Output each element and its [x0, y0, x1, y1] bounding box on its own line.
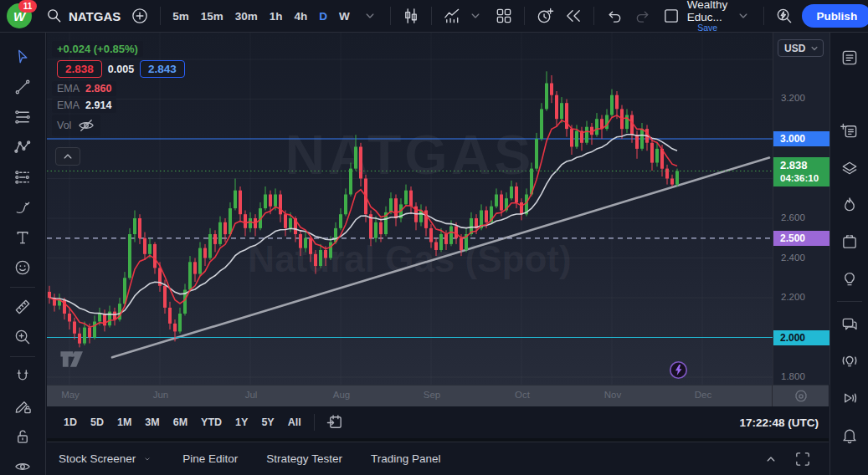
panel-expand-icon[interactable] [762, 450, 780, 468]
panel-notes[interactable] [834, 113, 865, 150]
interval-W[interactable]: W [333, 4, 356, 28]
range-1Y[interactable]: 1Y [229, 413, 254, 432]
panel-watchlist[interactable] [834, 39, 865, 76]
tool-text[interactable] [7, 222, 39, 253]
gear-icon[interactable] [792, 387, 810, 406]
footer-tab-trading-panel[interactable]: Trading Panel [371, 452, 441, 465]
range-3M[interactable]: 3M [138, 413, 166, 432]
square-outline-icon [662, 7, 681, 25]
chart-region: NATGAS Natural Gas (Spot) +0.024 (+0.85%… [47, 33, 829, 475]
range-1D[interactable]: 1D [57, 413, 84, 432]
symbol-search-button[interactable]: NATGAS [40, 4, 126, 28]
instant-order-badge[interactable] [669, 360, 688, 382]
chart-pane[interactable]: NATGAS Natural Gas (Spot) +0.024 (+0.85%… [47, 33, 773, 385]
panel-calendar[interactable] [834, 223, 865, 260]
tool-zoom-in[interactable] [7, 322, 39, 352]
symbol-name: NATGAS [69, 9, 121, 23]
range-All[interactable]: All [281, 413, 308, 432]
price-scale[interactable]: USD 3.2002.6002.4002.2001.8003.0002.5002… [773, 33, 829, 385]
interval-15m[interactable]: 15m [195, 4, 229, 28]
month-label: Aug [327, 390, 356, 400]
layout-title[interactable]: Wealthy Educ... Save [687, 0, 728, 33]
interval-5m[interactable]: 5m [167, 4, 195, 28]
price-tick: 1.800 [781, 371, 805, 381]
redo-button[interactable] [629, 4, 657, 28]
panel-alerts[interactable] [834, 76, 865, 113]
interval-D[interactable]: D [313, 4, 333, 28]
panel-notifications[interactable] [834, 416, 865, 453]
interval-expand-button[interactable] [356, 4, 384, 28]
range-6M[interactable]: 6M [167, 413, 194, 432]
tool-drawing-lock[interactable] [7, 391, 39, 421]
time-axis[interactable]: MayJunJulAugSepOctNovDec [47, 385, 829, 406]
chevron-down-icon [734, 7, 752, 25]
quick-search-button[interactable] [770, 4, 799, 28]
panel-minds[interactable] [834, 343, 865, 380]
bar-replay-button[interactable] [559, 4, 588, 28]
minds-icon [840, 352, 859, 370]
indicator-row-volume[interactable]: Vol [52, 115, 100, 136]
compare-add-button[interactable] [126, 4, 154, 28]
indicators-expand-button[interactable] [461, 4, 490, 28]
indicator-value: 2.914 [85, 100, 111, 111]
tool-magnet[interactable] [7, 361, 39, 391]
tool-ruler[interactable] [7, 292, 39, 322]
indicators-icon [443, 7, 461, 25]
save-label[interactable]: Save [697, 23, 717, 33]
range-YTD[interactable]: YTD [194, 413, 229, 432]
fullscreen-icon[interactable] [794, 450, 812, 468]
panel-streams[interactable] [834, 380, 865, 416]
axis-settings-corner [772, 386, 829, 407]
chart-style-button[interactable] [397, 4, 425, 28]
drawing-lock-icon [13, 397, 32, 416]
indicator-row-ema-fast[interactable]: EMA 2.860 [52, 81, 116, 96]
footer-tab-pine-editor[interactable]: Pine Editor [182, 452, 238, 465]
range-1M[interactable]: 1M [110, 413, 138, 432]
interval-1h[interactable]: 1h [264, 4, 289, 28]
tool-fib-retracement[interactable] [7, 102, 39, 132]
clock[interactable]: 17:22:48 (UTC) [739, 416, 819, 429]
zoom-in-icon [13, 328, 32, 346]
range-5D[interactable]: 5D [84, 413, 110, 432]
currency-dropdown[interactable]: USD [778, 39, 824, 57]
lock-all-icon [13, 427, 32, 446]
panel-chat[interactable] [834, 306, 865, 343]
footer-tab-strategy-tester[interactable]: Strategy Tester [266, 452, 342, 465]
panel-ideas[interactable] [834, 260, 865, 297]
month-label: Oct [508, 390, 537, 400]
layout-expand-button[interactable] [729, 4, 758, 28]
create-alert-button[interactable] [531, 4, 559, 28]
price-level-label: 3.000 [773, 131, 829, 146]
footer-tab-stock-screener[interactable]: Stock Screener [59, 452, 154, 466]
layout-select-button[interactable] [657, 4, 686, 28]
tool-forecast[interactable] [7, 162, 39, 192]
publish-button[interactable]: Publish [802, 4, 868, 28]
tool-cursor[interactable] [7, 42, 39, 72]
sell-price-button[interactable]: 2.838 [57, 60, 102, 78]
tool-brush[interactable] [7, 192, 39, 222]
tool-trend-line[interactable] [7, 72, 39, 102]
tool-emoji[interactable] [7, 253, 39, 283]
user-avatar[interactable]: W 11 [7, 3, 32, 28]
tool-xabcd-pattern[interactable] [7, 132, 39, 162]
interval-4h[interactable]: 4h [289, 4, 314, 28]
tool-lock-all[interactable] [7, 421, 39, 452]
goto-date-button[interactable] [321, 411, 349, 434]
range-5Y[interactable]: 5Y [254, 413, 280, 432]
buy-price-button[interactable]: 2.843 [140, 60, 185, 78]
layout-grid-button[interactable] [490, 4, 518, 28]
tradingview-logo[interactable] [57, 350, 87, 370]
month-label: Jun [146, 390, 175, 400]
layout-name: Wealthy Educ... [687, 0, 728, 23]
tool-hide-all[interactable] [7, 452, 39, 475]
right-sidebar [829, 33, 868, 475]
legend-collapse-button[interactable] [55, 147, 80, 166]
undo-button[interactable] [600, 4, 629, 28]
goto-date-icon [326, 413, 344, 432]
panel-hotlists[interactable] [834, 186, 865, 223]
interval-30m[interactable]: 30m [229, 4, 264, 28]
panel-object-tree[interactable] [834, 150, 865, 186]
indicator-row-ema-slow[interactable]: EMA 2.914 [52, 98, 116, 113]
chevron-down-icon [141, 452, 154, 466]
eye-off-icon[interactable] [77, 116, 95, 135]
